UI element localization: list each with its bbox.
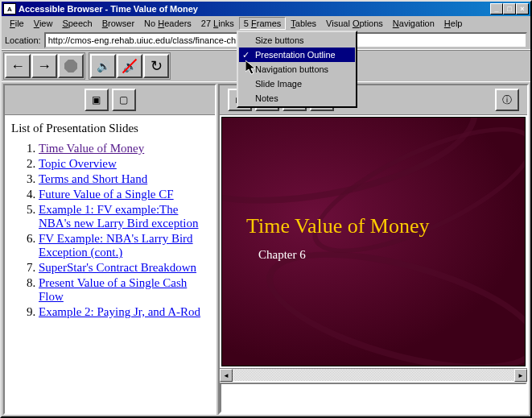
menu-tables[interactable]: Tables xyxy=(286,17,321,30)
slide-title: Time Value of Money xyxy=(246,214,430,238)
menu-file[interactable]: File xyxy=(5,17,29,30)
outline-collapse-button[interactable]: ▢ xyxy=(112,89,136,111)
app-icon: A xyxy=(3,3,16,14)
menu-view[interactable]: View xyxy=(29,17,58,30)
info-icon: ⓘ xyxy=(502,93,512,107)
slide-hscrollbar[interactable]: ◄ ► xyxy=(220,368,527,381)
menubar: File View Speech Browser No Headers 27 L… xyxy=(2,16,530,31)
dropdown-notes[interactable]: Notes xyxy=(239,91,355,106)
dropdown-navigation-buttons[interactable]: Navigation buttons xyxy=(239,62,355,77)
list-item: Topic Overview xyxy=(39,157,208,171)
mute-button[interactable] xyxy=(117,54,142,78)
slide-link[interactable]: FV Example: NBA's Larry Bird Exception (… xyxy=(39,232,193,259)
frames-dropdown: Size buttons ✓Presentation Outline Navig… xyxy=(237,31,357,108)
dropdown-presentation-outline[interactable]: ✓Presentation Outline xyxy=(239,48,355,62)
forward-button[interactable]: → xyxy=(31,54,57,78)
outline-expand-button[interactable]: ▣ xyxy=(85,89,109,111)
list-item: Future Value of a Single CF xyxy=(39,188,208,201)
reload-icon: ↻ xyxy=(151,57,163,75)
list-item: Present Value of a Single Cash Flow xyxy=(39,276,208,304)
list-item: FV Example: NBA's Larry Bird Exception (… xyxy=(39,232,208,259)
slide-link[interactable]: Example 2: Paying Jr, and A-Rod xyxy=(39,305,200,318)
back-button[interactable]: ← xyxy=(5,54,31,78)
location-label: Location: xyxy=(5,35,41,45)
list-item: Example 2: Paying Jr, and A-Rod xyxy=(39,305,208,319)
menu-browser[interactable]: Browser xyxy=(97,17,139,30)
dropdown-slide-image[interactable]: Slide Image xyxy=(239,77,355,91)
slide-pane: ⏮ ◁ ▷ ⏭ ⓘ Time Value of Money Chapter 6 xyxy=(218,84,529,415)
info-button[interactable]: ⓘ xyxy=(495,89,519,111)
slide-list: Time Value of Money Topic Overview Terms… xyxy=(11,142,208,319)
slide-link[interactable]: SuperStar's Contract Breakdown xyxy=(39,261,196,274)
window-title: Accessible Browser - Time Value of Money xyxy=(19,4,490,14)
outline-toolbar: ▣ ▢ xyxy=(5,85,215,115)
menu-visual-options[interactable]: Visual Options xyxy=(321,17,388,30)
menu-navigation[interactable]: Navigation xyxy=(388,17,439,30)
menu-headers[interactable]: No Headers xyxy=(139,17,196,30)
list-item: Example 1: FV example:The NBA's new Larr… xyxy=(39,203,208,230)
reload-button[interactable]: ↻ xyxy=(143,54,169,78)
notes-pane[interactable] xyxy=(220,383,527,413)
slide-link[interactable]: Topic Overview xyxy=(39,157,117,170)
maximize-button[interactable]: □ xyxy=(503,3,516,14)
check-icon: ✓ xyxy=(242,50,250,60)
collapse-icon: ▢ xyxy=(119,94,128,106)
list-item: SuperStar's Contract Breakdown xyxy=(39,261,208,275)
arrow-right-icon: → xyxy=(37,58,52,75)
slide-link[interactable]: Example 1: FV example:The NBA's new Larr… xyxy=(39,203,199,230)
menu-frames[interactable]: 5 Frames xyxy=(239,17,286,30)
slide-link[interactable]: Present Value of a Single Cash Flow xyxy=(39,276,187,303)
menu-links[interactable]: 27 Links xyxy=(196,17,239,30)
list-item: Terms and Short Hand xyxy=(39,172,208,186)
stop-button[interactable] xyxy=(58,54,84,78)
speak-button[interactable] xyxy=(90,54,116,78)
content-area: ▣ ▢ List of Presentation Slides Time Val… xyxy=(2,82,530,416)
arrow-left-icon: ← xyxy=(10,58,25,75)
slide-link[interactable]: Time Value of Money xyxy=(39,142,144,155)
minimize-button[interactable]: _ xyxy=(490,3,503,14)
slide-link[interactable]: Terms and Short Hand xyxy=(39,172,147,185)
menu-speech[interactable]: Speech xyxy=(57,17,97,30)
scroll-left-button[interactable]: ◄ xyxy=(220,369,233,382)
menu-help[interactable]: Help xyxy=(439,17,468,30)
list-item: Time Value of Money xyxy=(39,142,208,155)
scroll-right-button[interactable]: ► xyxy=(514,369,527,382)
stop-icon xyxy=(64,60,77,72)
scroll-track[interactable] xyxy=(233,369,514,381)
expand-icon: ▣ xyxy=(92,94,101,106)
slide-image: Time Value of Money Chapter 6 xyxy=(221,117,526,366)
outline-heading: List of Presentation Slides xyxy=(11,122,208,135)
app-window: A Accessible Browser - Time Value of Mon… xyxy=(0,0,532,418)
close-button[interactable]: × xyxy=(516,3,529,14)
dropdown-size-buttons[interactable]: Size buttons xyxy=(239,33,355,48)
outline-pane: ▣ ▢ List of Presentation Slides Time Val… xyxy=(3,84,217,415)
slide-subtitle: Chapter 6 xyxy=(258,248,306,262)
slide-link[interactable]: Future Value of a Single CF xyxy=(39,188,174,201)
titlebar: A Accessible Browser - Time Value of Mon… xyxy=(2,2,530,16)
outline-content[interactable]: List of Presentation Slides Time Value o… xyxy=(5,115,215,413)
